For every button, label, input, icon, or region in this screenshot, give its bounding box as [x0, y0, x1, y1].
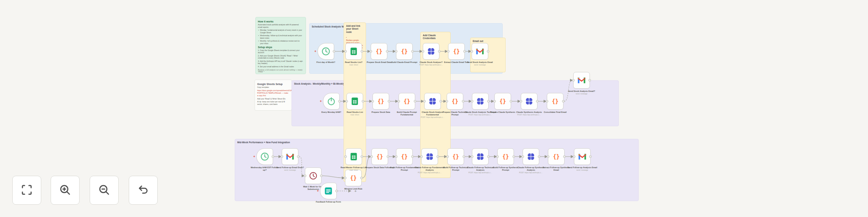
undo-button[interactable] [129, 176, 158, 205]
undo-icon [137, 183, 150, 197]
zoom-out-button[interactable] [90, 176, 119, 205]
canvas-controls [0, 0, 868, 217]
zoom-in-button[interactable] [51, 176, 80, 205]
zoom-out-icon [98, 183, 111, 197]
fit-view-icon [20, 183, 33, 197]
workflow-canvas[interactable]: How it worksAutomated stock portfolio an… [0, 0, 868, 217]
fit-view-button[interactable] [12, 176, 41, 205]
zoom-in-icon [59, 183, 72, 197]
